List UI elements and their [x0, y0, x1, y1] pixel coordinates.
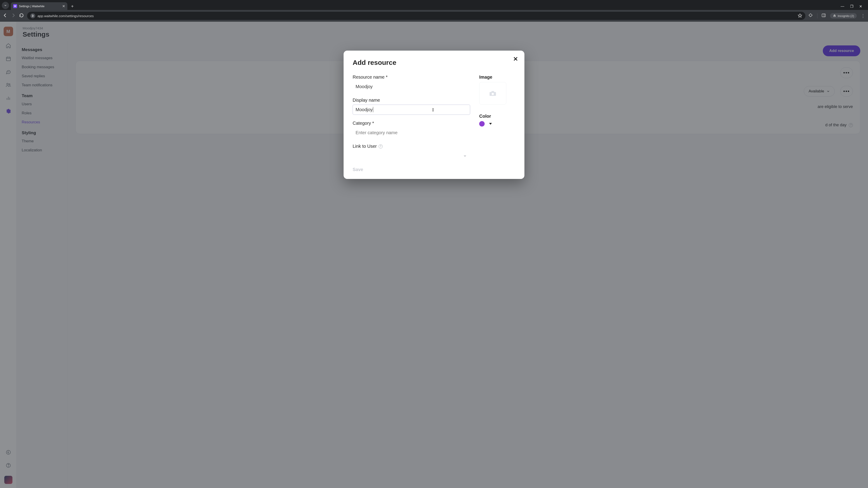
url-text: app.waitwhile.com/settings/resources: [37, 14, 94, 18]
text-cursor-icon: I: [432, 107, 434, 113]
incognito-badge[interactable]: Incognito (2): [830, 13, 857, 19]
maximize-button[interactable]: ❐: [850, 4, 853, 8]
tab-close-button[interactable]: ✕: [62, 4, 65, 8]
browser-tab[interactable]: W Settings | Waitwhile ✕: [11, 2, 67, 10]
toolbar-divider: [817, 13, 817, 18]
forward-button[interactable]: [11, 13, 16, 19]
incognito-icon: [833, 14, 836, 18]
new-tab-button[interactable]: +: [69, 3, 75, 9]
svg-marker-6: [798, 13, 802, 17]
resource-name-input[interactable]: [352, 82, 470, 92]
svg-point-4: [33, 15, 33, 16]
minimize-button[interactable]: ―: [841, 4, 844, 8]
svg-rect-7: [822, 14, 825, 17]
category-label: Category *: [352, 121, 470, 126]
incognito-label: Incognito (2): [838, 14, 854, 18]
add-resource-modal: Add resource ✕ Resource name * Display n…: [344, 51, 524, 179]
favicon-icon: W: [13, 4, 17, 8]
sidepanel-button[interactable]: [822, 13, 826, 19]
tab-title: Settings | Waitwhile: [19, 4, 60, 8]
window-controls: ― ❐ ✕: [841, 4, 866, 10]
color-swatch: [479, 121, 485, 127]
svg-point-5: [32, 16, 33, 17]
link-user-help-icon[interactable]: ?: [379, 144, 383, 149]
close-window-button[interactable]: ✕: [859, 4, 862, 8]
site-settings-icon[interactable]: [30, 13, 35, 18]
reload-button[interactable]: [19, 13, 24, 19]
back-button[interactable]: [3, 13, 8, 19]
app-viewport: M Moodjoy7434 Settings Messages Waitlist…: [0, 22, 868, 488]
browser-tabstrip: W Settings | Waitwhile ✕ + ― ❐ ✕: [0, 0, 868, 10]
svg-point-25: [492, 93, 494, 95]
address-bar[interactable]: app.waitwhile.com/settings/resources: [27, 12, 805, 20]
camera-icon: [488, 90, 497, 97]
image-upload[interactable]: [479, 82, 506, 105]
svg-point-3: [32, 15, 33, 15]
display-name-label: Display name: [352, 98, 470, 103]
modal-close-button[interactable]: ✕: [513, 56, 518, 63]
image-label: Image: [479, 74, 515, 80]
category-input[interactable]: [352, 128, 470, 138]
dropdown-caret-icon: [489, 123, 492, 125]
save-button[interactable]: Save: [352, 167, 363, 172]
color-label: Color: [479, 113, 515, 119]
link-user-select[interactable]: [352, 151, 470, 161]
browser-toolbar: app.waitwhile.com/settings/resources Inc…: [0, 10, 868, 22]
modal-title: Add resource: [352, 59, 515, 66]
link-user-label: Link to User: [352, 144, 377, 149]
extensions-button[interactable]: [809, 13, 813, 19]
chevron-down-icon: [463, 154, 467, 158]
chevron-down-icon: [4, 4, 7, 7]
text-caret: [373, 107, 373, 112]
bookmark-button[interactable]: [798, 13, 802, 19]
resource-name-label: Resource name *: [352, 74, 470, 80]
display-name-input[interactable]: [352, 105, 470, 115]
color-picker[interactable]: [479, 121, 515, 127]
tab-search-button[interactable]: [2, 2, 9, 9]
browser-menu-button[interactable]: ⋮: [861, 13, 865, 19]
